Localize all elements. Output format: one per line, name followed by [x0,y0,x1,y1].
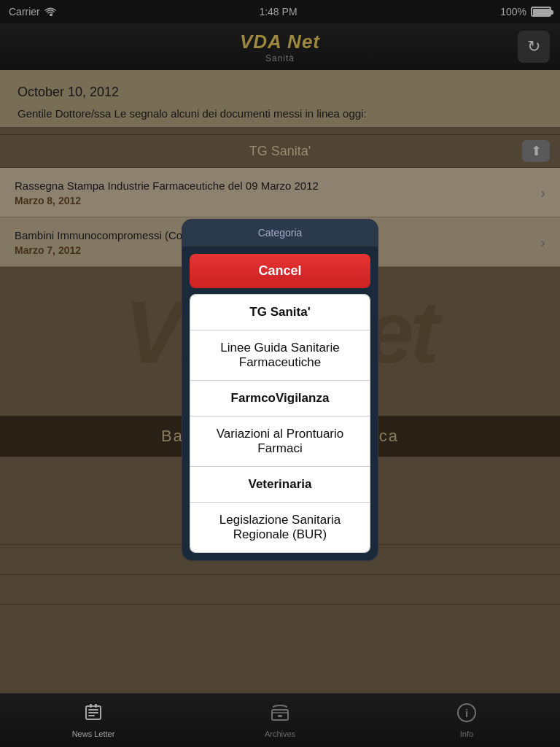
modal-option-2[interactable]: Linee Guida Sanitarie Farmaceutiche [190,330,370,381]
modal-box: Categoria Cancel TG Sanita' Linee Guida … [182,219,378,561]
modal-option-1[interactable]: TG Sanita' [190,295,370,330]
modal-option-5[interactable]: Veterinaria [190,467,370,503]
modal-header: Categoria [182,220,378,247]
modal-option-4[interactable]: Variazioni al Prontuario Farmaci [190,417,370,467]
cancel-button[interactable]: Cancel [190,254,370,288]
modal-option-6[interactable]: Legislazione Sanitaria Regionale (BUR) [190,503,370,552]
modal-options-container: TG Sanita' Linee Guida Sanitarie Farmace… [190,294,370,553]
modal-overlay[interactable]: Categoria Cancel TG Sanita' Linee Guida … [0,0,560,747]
modal-option-3[interactable]: FarmcoVigilanza [190,381,370,417]
